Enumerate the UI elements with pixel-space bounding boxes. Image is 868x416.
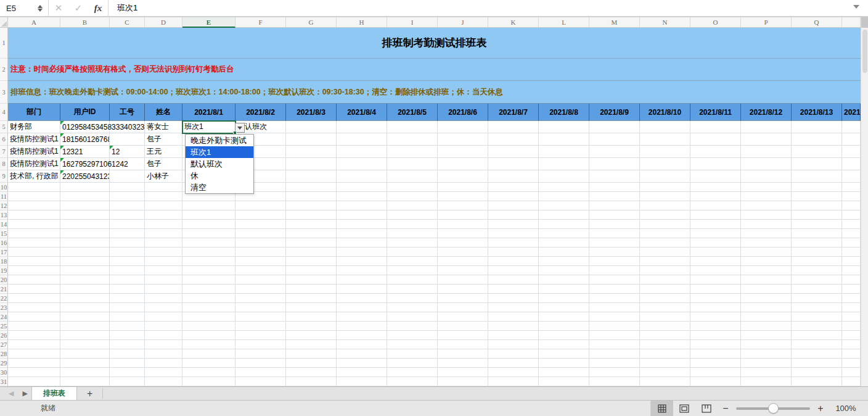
cell-R30[interactable]	[842, 368, 861, 377]
header-cell-4[interactable]: 2021/8/14	[842, 104, 861, 121]
cell-F13[interactable]	[235, 210, 286, 220]
column-header-B[interactable]: B	[60, 17, 110, 28]
cell-E14[interactable]	[182, 220, 235, 229]
cell-N6[interactable]	[640, 133, 690, 146]
cell-C18[interactable]	[110, 257, 145, 266]
cell-J30[interactable]	[438, 368, 488, 377]
cell-M6[interactable]	[589, 133, 640, 146]
cell-I31[interactable]	[387, 377, 438, 386]
cell-M20[interactable]	[589, 275, 640, 285]
cell-Q30[interactable]	[792, 368, 842, 377]
cell-P6[interactable]	[741, 133, 792, 146]
cell-F22[interactable]	[235, 294, 286, 303]
cell-J5[interactable]	[438, 121, 488, 133]
column-header-F[interactable]: F	[235, 17, 286, 28]
cancel-button[interactable]: ✕	[49, 0, 68, 16]
cell-H25[interactable]	[337, 322, 387, 331]
zoom-slider-thumb[interactable]	[768, 403, 779, 414]
prev-sheet-icon[interactable]: ◀	[9, 389, 14, 397]
cell-K13[interactable]	[488, 210, 539, 220]
cell-A16[interactable]	[8, 238, 60, 248]
cell-B13[interactable]	[60, 210, 110, 220]
cell-E17[interactable]	[182, 248, 235, 257]
row-header-10[interactable]: 10	[0, 183, 8, 192]
vertical-scrollbar[interactable]	[861, 17, 868, 386]
cell-N26[interactable]	[640, 331, 690, 340]
sheet-tab-active[interactable]: 排班表	[31, 387, 77, 400]
cell-P16[interactable]	[741, 238, 792, 248]
cell-D27[interactable]	[145, 340, 182, 349]
cell-E25[interactable]	[182, 322, 235, 331]
header-cell-J4[interactable]: 2021/8/6	[438, 104, 488, 121]
column-header-E[interactable]: E	[182, 17, 235, 28]
cell-B31[interactable]	[60, 377, 110, 386]
cell-M5[interactable]	[589, 121, 640, 133]
cell-J8[interactable]	[438, 158, 488, 170]
cell-P18[interactable]	[741, 257, 792, 266]
cell-Q31[interactable]	[792, 377, 842, 386]
cell-C12[interactable]	[110, 201, 145, 210]
cell-K28[interactable]	[488, 349, 539, 359]
cell-J17[interactable]	[438, 248, 488, 257]
cell-E16[interactable]	[182, 238, 235, 248]
cell-A17[interactable]	[8, 248, 60, 257]
confirm-button[interactable]: ✓	[68, 0, 88, 16]
row-header-13[interactable]: 13	[0, 210, 8, 220]
row-header-19[interactable]: 19	[0, 266, 8, 275]
cell-O10[interactable]	[690, 183, 741, 192]
cell-C11[interactable]	[110, 192, 145, 201]
cell-R6[interactable]	[842, 133, 861, 146]
cell-I28[interactable]	[387, 349, 438, 359]
cell-D7[interactable]: 王元	[145, 146, 182, 158]
cell-O14[interactable]	[690, 220, 741, 229]
cell-L6[interactable]	[539, 133, 589, 146]
cell-C15[interactable]	[110, 229, 145, 238]
cell-G28[interactable]	[286, 349, 337, 359]
header-cell-H4[interactable]: 2021/8/4	[337, 104, 387, 121]
cell-F27[interactable]	[235, 340, 286, 349]
cell-I9[interactable]	[387, 170, 438, 183]
row-header-16[interactable]: 16	[0, 238, 8, 248]
cell-B11[interactable]	[60, 192, 110, 201]
cell-H27[interactable]	[337, 340, 387, 349]
cell-G17[interactable]	[286, 248, 337, 257]
cell-J25[interactable]	[438, 322, 488, 331]
cell-L17[interactable]	[539, 248, 589, 257]
cell-H24[interactable]	[337, 312, 387, 322]
cell-G13[interactable]	[286, 210, 337, 220]
cell-A8[interactable]: 疫情防控测试1	[8, 158, 60, 170]
cell-I20[interactable]	[387, 275, 438, 285]
cell-F31[interactable]	[235, 377, 286, 386]
cell-O8[interactable]	[690, 158, 741, 170]
cell-I16[interactable]	[387, 238, 438, 248]
cell-C13[interactable]	[110, 210, 145, 220]
cell-J22[interactable]	[438, 294, 488, 303]
cell-B6[interactable]: 1815601267682	[60, 133, 110, 146]
cell-D21[interactable]	[145, 285, 182, 294]
cell-Q11[interactable]	[792, 192, 842, 201]
cell-L7[interactable]	[539, 146, 589, 158]
row-header-31[interactable]: 31	[0, 377, 8, 386]
row-header-1[interactable]: 1	[0, 28, 8, 59]
cell-R28[interactable]	[842, 349, 861, 359]
cell-D8[interactable]: 包子	[145, 158, 182, 170]
cell-D14[interactable]	[145, 220, 182, 229]
cell-G23[interactable]	[286, 303, 337, 312]
cell-G11[interactable]	[286, 192, 337, 201]
cell-E13[interactable]	[182, 210, 235, 220]
row-header-9[interactable]: 9	[0, 170, 8, 183]
cell-J21[interactable]	[438, 285, 488, 294]
cell-E27[interactable]	[182, 340, 235, 349]
cell-O17[interactable]	[690, 248, 741, 257]
cell-Q10[interactable]	[792, 183, 842, 192]
cell-N28[interactable]	[640, 349, 690, 359]
cell-D6[interactable]: 包子	[145, 133, 182, 146]
cell-R7[interactable]	[842, 146, 861, 158]
cell-D29[interactable]	[145, 359, 182, 368]
cell-R18[interactable]	[842, 257, 861, 266]
cell-R10[interactable]	[842, 183, 861, 192]
cell-P22[interactable]	[741, 294, 792, 303]
cell-M14[interactable]	[589, 220, 640, 229]
cell-K30[interactable]	[488, 368, 539, 377]
cell-K16[interactable]	[488, 238, 539, 248]
